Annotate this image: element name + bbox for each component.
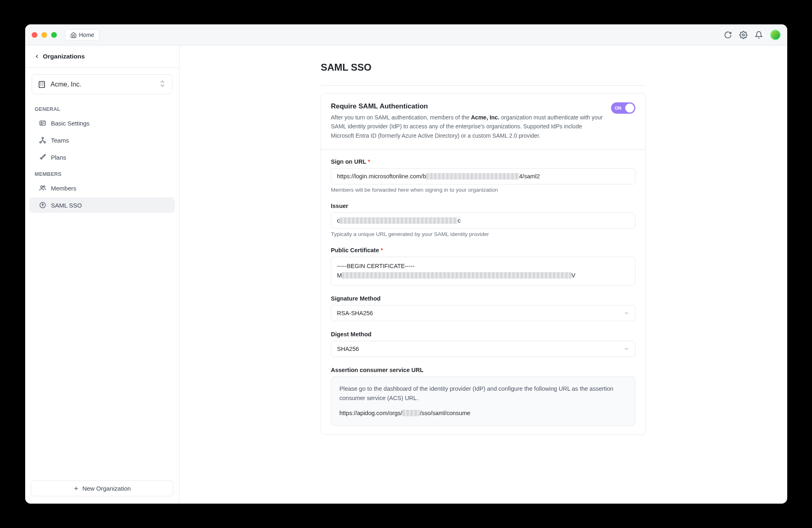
network-icon — [39, 136, 46, 144]
page-title: SAML SSO — [321, 62, 646, 86]
svg-point-0 — [742, 34, 744, 36]
chevron-down-icon — [624, 310, 629, 316]
require-saml-description: After you turn on SAML authentication, m… — [331, 113, 603, 140]
new-org-label: New Organization — [82, 485, 131, 492]
signature-method-label: Signature Method — [331, 295, 635, 302]
acs-info-box: Please go to the dashboard of the identi… — [331, 377, 635, 426]
maximize-window[interactable] — [51, 32, 57, 38]
building-icon — [38, 80, 46, 89]
nav-label: Teams — [51, 137, 69, 144]
titlebar: Home — [25, 24, 787, 45]
digest-method-value: SHA256 — [337, 346, 359, 352]
svg-point-3 — [41, 122, 42, 123]
svg-point-4 — [42, 137, 43, 139]
nav-label: Basic Settings — [51, 120, 90, 127]
back-label: Organizations — [43, 53, 85, 60]
sidebar: Organizations Acme, Inc. GENERAL Basic S… — [25, 45, 179, 504]
rocket-icon — [39, 154, 46, 161]
chevrons-up-down-icon — [158, 80, 166, 88]
main-content: SAML SSO Require SAML Authentication Aft… — [179, 45, 787, 504]
traffic-lights — [32, 32, 57, 38]
acs-url-value: https://apidog.com/orgs/xxxxxx/sso/saml/… — [339, 409, 627, 418]
sidebar-item-basic-settings[interactable]: Basic Settings — [29, 115, 175, 131]
svg-point-10 — [42, 204, 43, 205]
digest-method-select[interactable]: SHA256 — [331, 341, 635, 357]
require-saml-toggle[interactable]: ON — [611, 102, 635, 114]
org-selector[interactable]: Acme, Inc. — [32, 74, 173, 94]
acs-url-label: Assertion consumer service URL — [331, 367, 635, 373]
minimize-window[interactable] — [41, 32, 47, 38]
signature-method-value: RSA-SHA256 — [337, 310, 373, 316]
sidebar-item-saml-sso[interactable]: SAML SSO — [29, 197, 175, 213]
toggle-state: ON — [615, 106, 622, 110]
gear-icon[interactable] — [739, 31, 747, 39]
app-window: Home Organizations Acme, Inc. — [25, 24, 787, 504]
sidebar-item-members[interactable]: Members — [29, 180, 175, 196]
acs-info-text: Please go to the dashboard of the identi… — [339, 384, 627, 403]
chevron-left-icon — [34, 54, 40, 59]
svg-point-8 — [43, 186, 45, 187]
home-icon — [70, 32, 77, 38]
issuer-input[interactable]: cxxxxxxxxxxxxxxxxxxxxxxxxxxxxxxxxxxxxxxx… — [331, 212, 635, 229]
nav-label: Members — [51, 185, 77, 192]
sign-on-url-input[interactable]: https://login.microsoftonline.com/bxxxxx… — [331, 168, 635, 184]
home-label: Home — [79, 32, 94, 38]
issuer-label: Issuer — [331, 203, 635, 209]
sidebar-item-teams[interactable]: Teams — [29, 132, 175, 148]
toggle-knob — [625, 104, 634, 113]
digest-method-label: Digest Method — [331, 331, 635, 338]
require-saml-title: Require SAML Authentication — [331, 102, 603, 110]
section-members: MEMBERS — [25, 166, 179, 180]
refresh-icon[interactable] — [724, 31, 732, 39]
new-organization-button[interactable]: New Organization — [31, 480, 173, 496]
public-certificate-label: Public Certificate* — [331, 247, 635, 253]
bell-icon[interactable] — [755, 31, 763, 39]
avatar[interactable] — [770, 30, 781, 40]
close-window[interactable] — [32, 32, 37, 38]
sign-on-url-help: Members will be forwarded here when sign… — [331, 187, 635, 193]
home-button[interactable]: Home — [65, 29, 99, 41]
nav-label: SAML SSO — [51, 202, 82, 209]
users-icon — [39, 184, 46, 192]
chevron-down-icon — [624, 346, 629, 352]
plus-icon — [73, 485, 79, 491]
sign-on-url-label: Sign on URL* — [331, 158, 635, 165]
svg-rect-1 — [39, 81, 44, 87]
id-card-icon — [39, 119, 46, 127]
nav-label: Plans — [51, 154, 67, 161]
sidebar-back[interactable]: Organizations — [25, 45, 179, 68]
shield-lock-icon — [39, 201, 46, 209]
saml-settings-card: Require SAML Authentication After you tu… — [321, 93, 646, 435]
org-name: Acme, Inc. — [51, 81, 82, 88]
signature-method-select[interactable]: RSA-SHA256 — [331, 305, 635, 321]
public-certificate-input[interactable]: -----BEGIN CERTIFICATE----- Mxxxxxxxxxxx… — [331, 257, 635, 285]
svg-point-7 — [41, 186, 43, 188]
section-general: GENERAL — [25, 101, 179, 115]
issuer-help: Typically a unique URL generated by your… — [331, 231, 635, 237]
sidebar-item-plans[interactable]: Plans — [29, 149, 175, 165]
